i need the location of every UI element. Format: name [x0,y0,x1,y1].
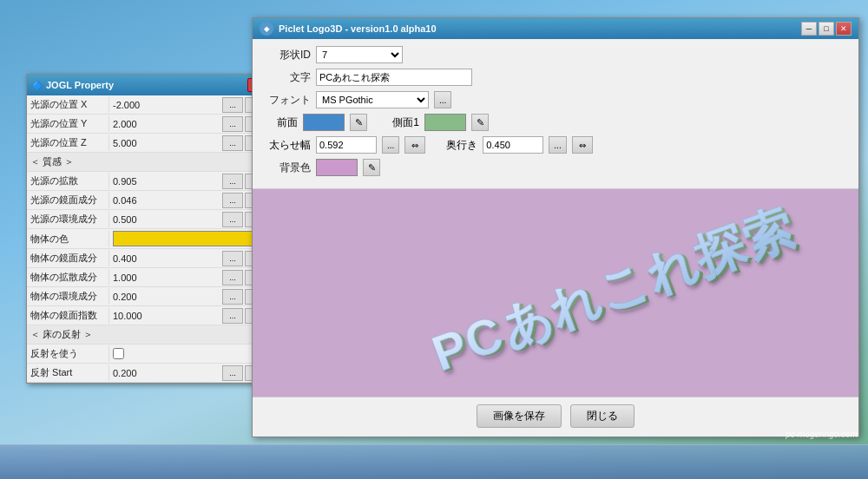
jogl-section-quality: ＜ 質感 ＞ [27,153,266,172]
jogl-row-light-diffuse: 光源の拡散 0.905 ... ⇔ [27,172,266,191]
jogl-row-obj-specular: 物体の鏡面成分 0.400 ... ⇔ [27,249,266,268]
ctrl-front-color-swatch[interactable] [303,114,345,131]
jogl-value-obj-diffuse: 1.000 [109,271,221,285]
ctrl-width-dots-btn[interactable]: ... [382,136,399,154]
font-dots-icon: ... [439,95,446,105]
ctrl-select-shape-id[interactable]: 7 [316,46,403,63]
ctrl-select-font[interactable]: MS PGothic [316,91,429,108]
ctrl-front-color-edit-btn[interactable]: ✎ [350,114,367,131]
jogl-row-obj-shininess: 物体の鏡面指数 10.000 ... ⇔ [27,306,266,325]
taskbar [0,444,868,479]
ctrl-side1-color-edit-btn[interactable]: ✎ [471,114,489,131]
ctrl-depth-row: 奥行き ... ⇔ [443,136,592,154]
ctrl-label-front: 前面 [263,115,298,130]
jogl-section-floor: ＜ 床の反射 ＞ [27,325,266,344]
jogl-label-light-x: 光源の位置 X [27,96,109,113]
jogl-row-light-specular: 光源の鏡面成分 0.046 ... ⇔ [27,191,266,210]
jogl-dots-light-z[interactable]: ... [222,135,243,151]
ctrl-label-boldness: 太らせ幅 [263,138,311,153]
jogl-dots-light-specular[interactable]: ... [222,193,243,208]
ctrl-input-text[interactable] [316,69,472,86]
jogl-row-light-x: 光源の位置 X -2.000 ... ⇔ [27,95,266,115]
logo3d-body: 形状ID 7 文字 フォント MS PGothic ... [253,39,858,435]
jogl-section-floor-label: ＜ 床の反射 ＞ [27,326,266,343]
jogl-value-light-y: 2.000 [109,117,221,131]
jogl-row-obj-color: 物体の色 [27,229,266,249]
close-button[interactable]: 閉じる [570,404,635,428]
jogl-value-obj-ambient: 0.200 [109,290,221,304]
jogl-dots-obj-specular[interactable]: ... [222,251,243,266]
logo3d-close-icon: ✕ [840,24,847,33]
ctrl-depth-dots-btn[interactable]: ... [549,136,566,154]
ctrl-row-dimensions: 太らせ幅 ... ⇔ 奥行き ... ⇔ [263,136,848,154]
jogl-dots-light-x[interactable]: ... [222,97,243,113]
jogl-dots-obj-ambient[interactable]: ... [222,289,243,305]
jogl-section-quality-label: ＜ 質感 ＞ [27,154,266,170]
jogl-value-light-x: -2.000 [109,98,221,112]
jogl-value-light-ambient: 0.500 [109,213,221,226]
jogl-label-light-ambient: 光源の環境成分 [27,211,109,227]
pencil-icon-3: ✎ [368,162,376,174]
jogl-dots-light-ambient[interactable]: ... [222,212,243,227]
logo3d-title-left: ◆ Piclet Logo3D - version1.0 alpha10 [260,22,437,36]
jogl-dots-reflect-start[interactable]: ... [222,365,243,381]
jogl-label-light-y: 光源の位置 Y [27,115,109,132]
logo3d-icon-symbol: ◆ [264,25,269,33]
logo3d-maximize-btn[interactable]: □ [819,22,834,36]
jogl-obj-color-swatch[interactable] [113,231,263,246]
ctrl-label-font: フォント [263,93,311,108]
ctrl-depth-arrow-btn[interactable]: ⇔ [572,136,593,154]
ctrl-side1-color-row: 側面1 ✎ [385,114,489,131]
jogl-rows-container: 光源の位置 X -2.000 ... ⇔ 光源の位置 Y 2.000 ... ⇔… [27,95,266,383]
jogl-property-window: 🔷 JOGL Property ✕ 光源の位置 X -2.000 ... ⇔ 光… [26,74,267,384]
ctrl-row-shape-id: 形状ID 7 [263,46,848,63]
logo3d-canvas-area: PCあれこれ探索 PCあれこれ探索 PCあれこれ探索 [253,189,858,397]
logo3d-title-text: Piclet Logo3D - version1.0 alpha10 [279,23,437,34]
logo3d-close-btn[interactable]: ✕ [836,22,852,36]
jogl-value-reflect-start: 0.200 [109,366,221,380]
logo3d-minimize-btn[interactable]: ─ [801,22,817,36]
ctrl-bg-color-swatch[interactable] [316,159,358,176]
ctrl-label-depth: 奥行き [443,138,477,153]
jogl-label-obj-color: 物体の色 [27,231,109,247]
jogl-row-reflect-start: 反射 Start 0.200 ... ⇔ [27,364,266,383]
pencil-icon-2: ✎ [477,117,484,128]
jogl-dots-light-y[interactable]: ... [222,116,243,132]
jogl-label-obj-diffuse: 物体の拡散成分 [27,269,109,285]
jogl-label-light-z: 光源の位置 Z [27,135,109,151]
ctrl-bg-color-edit-btn[interactable]: ✎ [363,159,380,176]
ctrl-width-row: 太らせ幅 ... ⇔ [263,136,425,154]
ctrl-input-boldness[interactable] [316,136,377,154]
jogl-value-light-diffuse: 0.905 [109,174,221,188]
save-image-button[interactable]: 画像を保存 [477,404,562,428]
logo3d-titlebar: ◆ Piclet Logo3D - version1.0 alpha10 ─ □… [253,18,858,39]
ctrl-input-depth[interactable] [483,136,543,154]
logo3d-window: ◆ Piclet Logo3D - version1.0 alpha10 ─ □… [252,17,859,437]
ctrl-side1-color-swatch[interactable] [424,114,466,131]
minimize-icon: ─ [806,24,812,33]
ctrl-width-arrow-btn[interactable]: ⇔ [404,136,425,154]
ctrl-row-bg-color: 背景色 ✎ [263,159,848,176]
ctrl-row-text: 文字 [263,69,848,86]
jogl-value-light-specular: 0.046 [109,194,221,207]
ctrl-font-dots-btn[interactable]: ... [434,91,451,108]
logo3d-footer: 画像を保存 閉じる [253,397,858,435]
jogl-content-area: 光源の位置 X -2.000 ... ⇔ 光源の位置 Y 2.000 ... ⇔… [27,95,266,383]
ctrl-label-bg-color: 背景色 [263,161,311,175]
ctrl-label-side1: 側面1 [385,115,419,130]
jogl-label-obj-ambient: 物体の環境成分 [27,288,109,305]
maximize-icon: □ [824,24,828,33]
ctrl-label-shape-id: 形状ID [263,48,311,62]
logo3d-canvas-svg: PCあれこれ探索 PCあれこれ探索 PCあれこれ探索 [253,189,858,397]
jogl-value-light-z: 5.000 [109,136,221,150]
jogl-row-light-y: 光源の位置 Y 2.000 ... ⇔ [27,115,266,134]
jogl-label-use-reflect: 反射を使う [27,345,109,362]
logo3d-window-controls: ─ □ ✕ [801,22,852,36]
jogl-label-obj-shininess: 物体の鏡面指数 [27,307,109,324]
jogl-dots-light-diffuse[interactable]: ... [222,174,243,189]
jogl-dots-obj-shininess[interactable]: ... [222,308,243,324]
jogl-title-icon: 🔷 [32,81,43,90]
jogl-title-left: 🔷 JOGL Property [32,80,114,90]
jogl-dots-obj-diffuse[interactable]: ... [222,270,243,285]
jogl-checkbox-use-reflect[interactable] [113,348,124,359]
